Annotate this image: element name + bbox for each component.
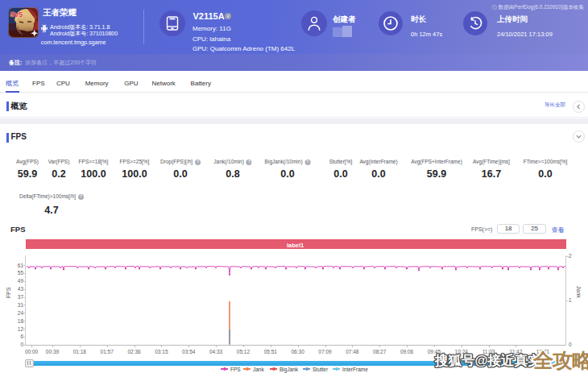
svg-text:5v5: 5v5 [10,10,24,19]
